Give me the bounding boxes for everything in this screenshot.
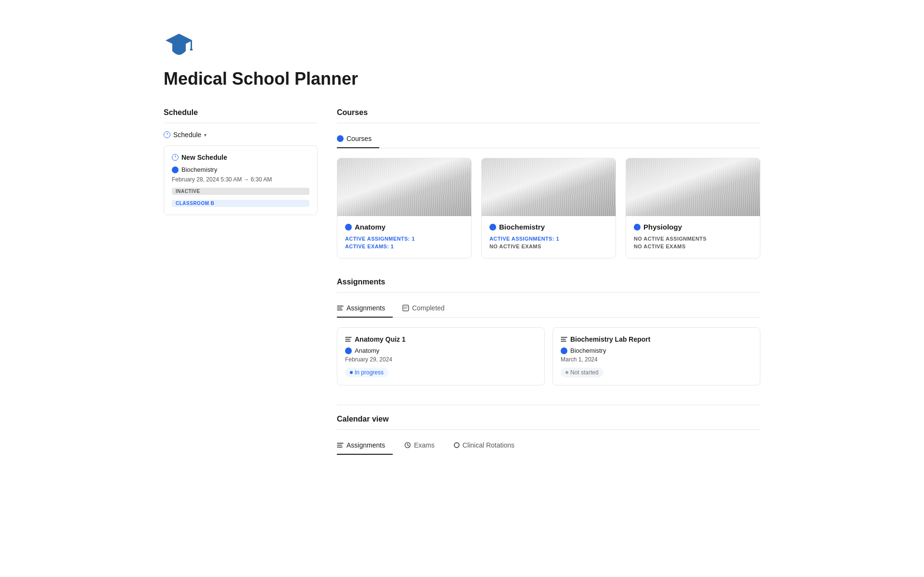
assignments-tabs: Assignments Completed	[337, 300, 760, 318]
course-card-image-biochemistry	[482, 158, 616, 216]
schedule-dropdown-label: Schedule	[173, 131, 201, 139]
course-name-physiology: Physiology	[634, 223, 752, 231]
assignment-title-biochemistry-lab: Biochemistry Lab Report	[561, 335, 752, 343]
schedule-panel: Schedule Schedule ▾ New Schedule Biochem…	[164, 108, 318, 215]
course-card-image-anatomy	[337, 158, 471, 216]
course-card-physiology[interactable]: Physiology NO ACTIVE ASSIGNMENTS NO ACTI…	[626, 158, 760, 258]
app-icon	[164, 29, 760, 69]
calendar-exams-icon	[404, 442, 411, 449]
assignment-course-anatomy: Anatomy	[345, 347, 537, 354]
tab-calendar-clinical[interactable]: Clinical Rotations	[454, 437, 522, 455]
assignment-date-biochemistry: March 1, 2024	[561, 356, 752, 363]
right-panel: Courses Courses	[337, 108, 760, 454]
courses-section: Courses Courses	[337, 108, 760, 258]
assignments-section-title: Assignments	[337, 278, 760, 293]
inactive-badge: INACTIVE	[172, 188, 309, 195]
physiology-dot-icon	[634, 224, 641, 231]
tab-calendar-assignments[interactable]: Assignments	[337, 437, 393, 455]
book-visual-physiology	[626, 158, 760, 216]
course-card-biochemistry[interactable]: Biochemistry ACTIVE ASSIGNMENTS: 1 NO AC…	[481, 158, 616, 258]
tab-completed[interactable]: Completed	[402, 300, 452, 318]
schedule-badges: INACTIVE CLASSROOM B	[172, 188, 309, 207]
assignment-title-anatomy-quiz: Anatomy Quiz 1	[345, 335, 537, 343]
biochemistry-active-assignments: ACTIVE ASSIGNMENTS: 1	[489, 236, 608, 242]
assignment-status-anatomy: In progress	[345, 368, 388, 377]
course-name-anatomy: Anatomy	[345, 223, 463, 231]
assignment-card-anatomy-quiz[interactable]: Anatomy Quiz 1 Anatomy February 29, 2024…	[337, 327, 545, 385]
biochemistry-dot-icon	[489, 224, 496, 231]
schedule-card[interactable]: New Schedule Biochemistry February 28, 2…	[164, 145, 318, 215]
courses-section-title: Courses	[337, 108, 760, 123]
course-name-biochemistry: Biochemistry	[489, 223, 608, 231]
calendar-tabs: Assignments Exams Clinical Rotations	[337, 437, 760, 454]
courses-tabs: Courses	[337, 131, 760, 148]
biochemistry-assignment-dot	[561, 347, 567, 354]
completed-tab-icon	[402, 305, 409, 311]
course-dot-icon	[172, 167, 179, 173]
assignment-icon-biochemistry	[561, 336, 567, 343]
book-visual-anatomy	[337, 158, 471, 216]
chevron-down-icon: ▾	[204, 132, 206, 138]
assignment-icon-anatomy	[345, 336, 352, 343]
physiology-active-exams: NO ACTIVE EXAMS	[634, 244, 752, 249]
svg-rect-5	[403, 305, 409, 311]
svg-rect-0	[191, 40, 192, 49]
anatomy-active-assignments: ACTIVE ASSIGNMENTS: 1	[345, 236, 463, 242]
assignment-status-biochemistry: Not started	[561, 368, 603, 377]
physiology-active-assignments: NO ACTIVE ASSIGNMENTS	[634, 236, 752, 242]
assignments-section: Assignments Assignments	[337, 278, 760, 385]
anatomy-active-exams: ACTIVE EXAMS: 1	[345, 244, 463, 249]
tab-courses[interactable]: Courses	[337, 131, 379, 148]
book-visual-biochemistry	[482, 158, 616, 216]
schedule-course: Biochemistry	[172, 166, 309, 173]
course-card-body-biochemistry: Biochemistry ACTIVE ASSIGNMENTS: 1 NO AC…	[482, 216, 616, 258]
svg-line-19	[408, 445, 409, 446]
calendar-section: Calendar view Assignments	[337, 405, 760, 454]
biochemistry-active-exams: NO ACTIVE EXAMS	[489, 244, 608, 249]
anatomy-assignment-dot	[345, 347, 352, 354]
course-card-body-anatomy: Anatomy ACTIVE ASSIGNMENTS: 1 ACTIVE EXA…	[337, 216, 471, 258]
schedule-clock-icon	[172, 154, 179, 161]
courses-grid: Anatomy ACTIVE ASSIGNMENTS: 1 ACTIVE EXA…	[337, 158, 760, 258]
schedule-section-title: Schedule	[164, 108, 318, 123]
courses-tab-icon	[337, 135, 344, 142]
assignment-date-anatomy: February 29, 2024	[345, 356, 537, 363]
tab-calendar-exams[interactable]: Exams	[404, 437, 442, 455]
classroom-badge: CLASSROOM B	[172, 200, 309, 207]
not-started-dot-icon	[565, 371, 568, 374]
schedule-time: February 28, 2024 5:30 AM → 6:30 AM	[172, 176, 309, 183]
course-card-image-physiology	[626, 158, 760, 216]
assignment-card-biochemistry-lab[interactable]: Biochemistry Lab Report Biochemistry Mar…	[552, 327, 760, 385]
course-card-body-physiology: Physiology NO ACTIVE ASSIGNMENTS NO ACTI…	[626, 216, 760, 258]
page-title: Medical School Planner	[164, 69, 760, 89]
schedule-card-title: New Schedule	[172, 154, 309, 161]
tab-assignments[interactable]: Assignments	[337, 300, 393, 318]
assignments-tab-icon	[337, 305, 344, 311]
anatomy-dot-icon	[345, 224, 352, 231]
schedule-dropdown[interactable]: Schedule ▾	[164, 131, 318, 139]
clock-icon	[164, 131, 170, 138]
clinical-tab-icon	[454, 442, 460, 448]
course-card-anatomy[interactable]: Anatomy ACTIVE ASSIGNMENTS: 1 ACTIVE EXA…	[337, 158, 472, 258]
calendar-section-title: Calendar view	[337, 415, 760, 430]
in-progress-dot-icon	[350, 371, 353, 374]
svg-point-1	[190, 49, 193, 51]
calendar-assignments-icon	[337, 442, 344, 449]
assignment-course-biochemistry: Biochemistry	[561, 347, 752, 354]
assignments-grid: Anatomy Quiz 1 Anatomy February 29, 2024…	[337, 327, 760, 385]
